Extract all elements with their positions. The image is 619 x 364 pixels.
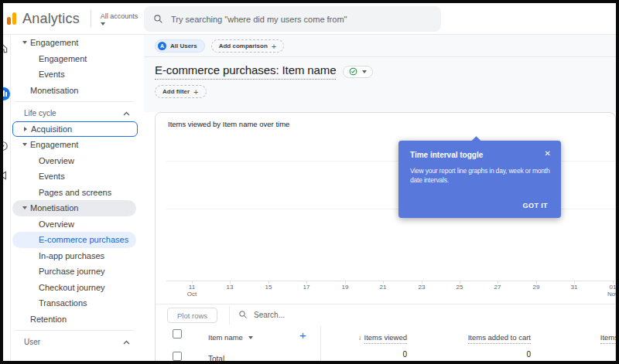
x-axis-tick: 23 xyxy=(406,284,437,291)
total-row-checkbox[interactable] xyxy=(173,352,182,361)
close-icon[interactable]: ✕ xyxy=(545,149,551,158)
topbar-divider xyxy=(91,10,91,27)
sidebar-item-engagement[interactable]: Engagement xyxy=(11,51,144,67)
sidebar-item-label: Acquisition xyxy=(31,124,72,134)
add-comparison-label: Add comparison xyxy=(219,43,268,49)
tooltip-title: Time interval toggle xyxy=(410,151,483,159)
account-selector-label: All accounts xyxy=(101,12,139,20)
sidebar-item-engagement-collection[interactable]: Engagement xyxy=(11,35,144,51)
app-nav-rail xyxy=(3,35,11,361)
reports-icon[interactable] xyxy=(3,87,10,100)
chevron-down-icon xyxy=(101,22,105,26)
metric-header-items-viewed[interactable]: ↓Items viewed xyxy=(333,333,407,342)
advertising-icon[interactable] xyxy=(3,169,10,182)
explore-icon[interactable] xyxy=(3,140,10,152)
sidebar-section-life-cycle[interactable]: Life cycle xyxy=(11,105,144,121)
account-selector[interactable]: All accounts xyxy=(101,12,139,26)
select-all-checkbox[interactable] xyxy=(173,329,182,338)
sidebar-item-purchase-journey[interactable]: Purchase journey xyxy=(11,264,144,280)
page-title[interactable]: E-commerce purchases: Item name xyxy=(155,63,336,80)
sidebar-item-pages-and-screens[interactable]: Pages and screens xyxy=(11,185,144,201)
sidebar-item-retention[interactable]: Retention xyxy=(11,311,144,328)
sidebar-item-monetisation-group[interactable]: Monetisation xyxy=(12,200,136,216)
sidebar-item-label: Transactions xyxy=(39,298,87,308)
sidebar-item-label: Engagement xyxy=(30,38,78,47)
all-users-chip[interactable]: A All Users xyxy=(155,39,205,53)
sidebar-item-events[interactable]: Events xyxy=(11,66,144,83)
add-comparison-button[interactable]: Add comparison + xyxy=(211,39,285,53)
report-nav-sidebar: Engagement Engagement Events Monetisatio… xyxy=(11,35,144,361)
sidebar-item-monetisation[interactable]: Monetisation xyxy=(11,83,144,99)
column-divider xyxy=(320,326,321,361)
sidebar-section-user[interactable]: User xyxy=(11,334,144,350)
x-axis-tick: 25 xyxy=(444,284,475,291)
chevron-up-icon[interactable] xyxy=(123,109,130,117)
global-search-bar[interactable] xyxy=(144,6,441,32)
sidebar-item-label: Checkout journey xyxy=(39,283,105,292)
plus-icon: + xyxy=(272,42,276,51)
sidebar-item-label: Engagement xyxy=(30,140,78,149)
sidebar-item-transactions[interactable]: Transactions xyxy=(11,295,144,311)
caret-down-icon xyxy=(248,336,253,339)
add-filter-button[interactable]: Add filter + xyxy=(155,85,207,98)
chevron-down-icon xyxy=(362,70,367,73)
caret-down-icon[interactable] xyxy=(19,41,30,44)
home-icon[interactable] xyxy=(3,43,10,55)
sidebar-item-label: Monetisation xyxy=(30,203,78,213)
search-icon xyxy=(238,310,248,319)
sidebar-item-label: Events xyxy=(39,70,65,79)
filter-row: Add filter + xyxy=(155,85,207,98)
chevron-up-icon[interactable] xyxy=(123,338,130,346)
report-status-dropdown[interactable] xyxy=(343,66,373,78)
metric-header-items-added-to-cart[interactable]: Items added to cart xyxy=(419,333,531,342)
sidebar-item-overview[interactable]: Overview xyxy=(11,153,144,169)
sidebar-section-label: User xyxy=(24,338,40,346)
table-search[interactable] xyxy=(238,310,347,319)
analytics-logo-icon[interactable] xyxy=(5,12,18,26)
report-card: Items viewed by Item name over time 11Oc… xyxy=(155,112,616,361)
chart-title: Items viewed by Item name over time xyxy=(168,120,289,128)
got-it-button[interactable]: GOT IT xyxy=(523,202,548,209)
sidebar-item-checkout-journey[interactable]: Checkout journey xyxy=(11,280,144,296)
metric-header-items-purchased[interactable]: Items purchased xyxy=(542,333,616,342)
x-axis-tick: 13 xyxy=(214,284,245,291)
x-axis-tick: 19 xyxy=(330,284,361,291)
sidebar-item-label: Events xyxy=(39,172,65,181)
plot-rows-button[interactable]: Plot rows xyxy=(167,308,217,323)
sidebar-item-label: In-app purchases xyxy=(39,251,104,260)
sidebar-item-label: Overview xyxy=(39,219,74,229)
add-column-button[interactable]: + xyxy=(299,328,306,342)
sidebar-item-engagement-group[interactable]: Engagement xyxy=(11,137,144,153)
analytics-app-window: Analytics All accounts xyxy=(0,0,619,364)
sidebar-item-ecommerce-purchases[interactable]: E-commerce purchases xyxy=(12,232,136,248)
x-axis-tick: 15 xyxy=(253,284,284,291)
sidebar-item-label: Retention xyxy=(30,315,67,324)
tooltip-body-line: View your report line graphs in day, wee… xyxy=(410,167,550,175)
dimension-column-header[interactable]: Item name xyxy=(208,333,253,342)
sidebar-item-label: Overview xyxy=(39,156,74,165)
sidebar-item-in-app-purchases[interactable]: In-app purchases xyxy=(11,248,144,264)
x-axis-tick: 17 xyxy=(291,284,322,291)
x-axis-tick: 31 xyxy=(559,284,590,291)
sidebar-item-label: Monetisation xyxy=(30,86,78,95)
report-main-area: A All Users Add comparison + E-commerce … xyxy=(144,35,616,361)
table-search-input[interactable] xyxy=(254,311,347,319)
caret-down-icon[interactable] xyxy=(19,143,30,146)
header-divider xyxy=(144,56,616,57)
sidebar-item-acquisition[interactable]: Acquisition xyxy=(12,121,138,138)
time-interval-tooltip: Time interval toggle ✕ View your report … xyxy=(398,141,561,218)
x-axis-tick: 01Nov xyxy=(597,284,616,298)
chevron-right-icon[interactable] xyxy=(19,127,31,131)
total-row-label: Total xyxy=(208,355,224,361)
sidebar-item-events[interactable]: Events xyxy=(11,168,144,185)
sidebar-item-overview-monetisation[interactable]: Overview xyxy=(11,216,144,233)
app-title: Analytics xyxy=(22,11,80,27)
sidebar-divider xyxy=(15,101,133,102)
caret-down-icon[interactable] xyxy=(19,206,30,209)
x-axis-tick: 21 xyxy=(368,284,398,291)
sidebar-item-label: Engagement xyxy=(39,54,87,63)
x-axis-tick: 29 xyxy=(521,284,552,291)
all-users-chip-label: All Users xyxy=(170,43,197,49)
global-search-input[interactable] xyxy=(171,15,426,24)
plus-icon: + xyxy=(193,87,198,97)
